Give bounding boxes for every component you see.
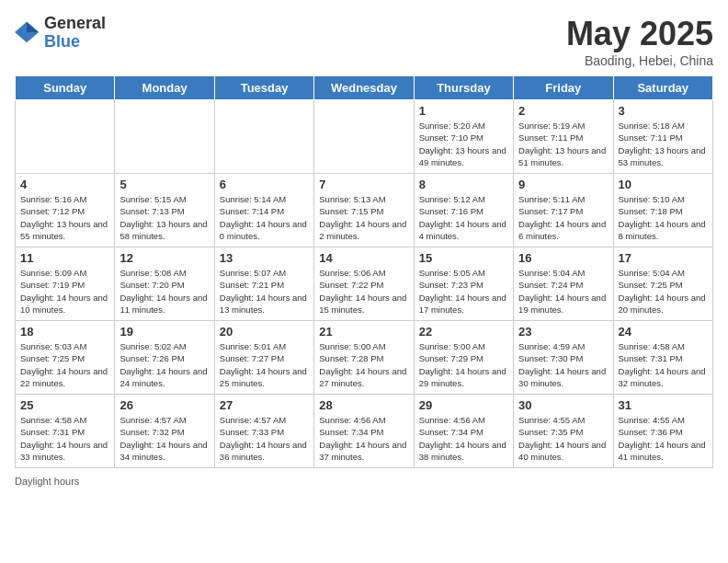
calendar-cell: 16Sunrise: 5:04 AMSunset: 7:24 PMDayligh…: [514, 247, 613, 321]
logo-text: General Blue: [44, 15, 106, 52]
header-tuesday: Tuesday: [214, 76, 313, 100]
day-number: 31: [619, 398, 708, 412]
day-number: 29: [419, 398, 508, 412]
day-number: 8: [419, 178, 508, 191]
header-monday: Monday: [115, 76, 214, 100]
day-number: 19: [119, 325, 209, 339]
logo-general: General: [44, 15, 106, 33]
calendar-cell: 1Sunrise: 5:20 AMSunset: 7:10 PMDaylight…: [414, 100, 513, 174]
day-info: Sunrise: 4:57 AMSunset: 7:33 PMDaylight:…: [220, 414, 309, 463]
header-friday: Friday: [514, 76, 613, 100]
calendar-cell: [115, 100, 214, 174]
calendar-cell: 31Sunrise: 4:55 AMSunset: 7:36 PMDayligh…: [613, 395, 712, 468]
calendar-cell: 25Sunrise: 4:58 AMSunset: 7:31 PMDayligh…: [16, 395, 115, 468]
calendar-cell: 21Sunrise: 5:00 AMSunset: 7:28 PMDayligh…: [314, 321, 414, 395]
calendar-cell: 3Sunrise: 5:18 AMSunset: 7:11 PMDaylight…: [613, 100, 712, 174]
calendar-cell: 4Sunrise: 5:16 AMSunset: 7:12 PMDaylight…: [16, 174, 115, 247]
day-number: 1: [419, 104, 508, 118]
day-info: Sunrise: 5:06 AMSunset: 7:22 PMDaylight:…: [319, 267, 408, 316]
day-info: Sunrise: 4:56 AMSunset: 7:34 PMDaylight:…: [319, 414, 408, 463]
day-info: Sunrise: 5:08 AMSunset: 7:20 PMDaylight:…: [119, 267, 209, 316]
day-info: Sunrise: 5:11 AMSunset: 7:17 PMDaylight:…: [518, 193, 608, 242]
day-info: Sunrise: 5:12 AMSunset: 7:16 PMDaylight:…: [419, 193, 508, 242]
day-number: 21: [319, 325, 408, 339]
day-info: Sunrise: 5:15 AMSunset: 7:13 PMDaylight:…: [119, 193, 209, 242]
calendar-week-2: 11Sunrise: 5:09 AMSunset: 7:19 PMDayligh…: [16, 247, 713, 321]
calendar-cell: 28Sunrise: 4:56 AMSunset: 7:34 PMDayligh…: [314, 395, 414, 468]
day-info: Sunrise: 5:16 AMSunset: 7:12 PMDaylight:…: [20, 193, 109, 242]
calendar-cell: 2Sunrise: 5:19 AMSunset: 7:11 PMDaylight…: [514, 100, 613, 174]
header-saturday: Saturday: [613, 76, 712, 100]
day-number: 23: [518, 325, 608, 339]
calendar-cell: 20Sunrise: 5:01 AMSunset: 7:27 PMDayligh…: [214, 321, 313, 395]
calendar-week-4: 25Sunrise: 4:58 AMSunset: 7:31 PMDayligh…: [16, 395, 713, 468]
day-info: Sunrise: 4:59 AMSunset: 7:30 PMDaylight:…: [518, 340, 608, 389]
day-number: 30: [518, 398, 608, 412]
day-number: 14: [319, 251, 408, 265]
day-info: Sunrise: 4:56 AMSunset: 7:34 PMDaylight:…: [419, 414, 508, 463]
calendar-cell: 18Sunrise: 5:03 AMSunset: 7:25 PMDayligh…: [16, 321, 115, 395]
calendar-cell: 17Sunrise: 5:04 AMSunset: 7:25 PMDayligh…: [613, 247, 712, 321]
day-number: 22: [419, 325, 508, 339]
calendar-cell: 15Sunrise: 5:05 AMSunset: 7:23 PMDayligh…: [414, 247, 513, 321]
day-number: 3: [619, 104, 708, 118]
calendar-cell: 30Sunrise: 4:55 AMSunset: 7:35 PMDayligh…: [514, 395, 613, 468]
calendar-week-3: 18Sunrise: 5:03 AMSunset: 7:25 PMDayligh…: [16, 321, 713, 395]
day-info: Sunrise: 5:02 AMSunset: 7:26 PMDaylight:…: [119, 340, 209, 389]
day-number: 27: [220, 398, 309, 412]
day-info: Sunrise: 5:19 AMSunset: 7:11 PMDaylight:…: [518, 120, 608, 168]
footer-note: Daylight hours: [15, 476, 713, 487]
day-info: Sunrise: 5:04 AMSunset: 7:24 PMDaylight:…: [518, 267, 608, 316]
header-wednesday: Wednesday: [314, 76, 414, 100]
day-info: Sunrise: 4:58 AMSunset: 7:31 PMDaylight:…: [619, 340, 708, 389]
header-sunday: Sunday: [16, 76, 115, 100]
day-header-row: Sunday Monday Tuesday Wednesday Thursday…: [16, 76, 713, 100]
calendar-cell: [16, 100, 115, 174]
calendar-cell: 24Sunrise: 4:58 AMSunset: 7:31 PMDayligh…: [613, 321, 712, 395]
header: General Blue May 2025 Baoding, Hebei, Ch…: [15, 15, 713, 68]
day-number: 18: [20, 325, 109, 339]
day-info: Sunrise: 5:13 AMSunset: 7:15 PMDaylight:…: [319, 193, 408, 242]
calendar-cell: [214, 100, 313, 174]
day-number: 9: [518, 178, 608, 191]
calendar-cell: 26Sunrise: 4:57 AMSunset: 7:32 PMDayligh…: [115, 395, 214, 468]
day-number: 12: [119, 251, 209, 265]
day-number: 15: [419, 251, 508, 265]
logo-blue: Blue: [44, 33, 106, 52]
calendar-week-1: 4Sunrise: 5:16 AMSunset: 7:12 PMDaylight…: [16, 174, 713, 247]
calendar-cell: 9Sunrise: 5:11 AMSunset: 7:17 PMDaylight…: [514, 174, 613, 247]
calendar-cell: 27Sunrise: 4:57 AMSunset: 7:33 PMDayligh…: [214, 395, 313, 468]
day-number: 13: [220, 251, 309, 265]
calendar-cell: 13Sunrise: 5:07 AMSunset: 7:21 PMDayligh…: [214, 247, 313, 321]
day-info: Sunrise: 5:01 AMSunset: 7:27 PMDaylight:…: [220, 340, 309, 389]
day-number: 17: [619, 251, 708, 265]
calendar-cell: 14Sunrise: 5:06 AMSunset: 7:22 PMDayligh…: [314, 247, 414, 321]
day-info: Sunrise: 5:04 AMSunset: 7:25 PMDaylight:…: [619, 267, 708, 316]
day-number: 24: [619, 325, 708, 339]
day-number: 26: [119, 398, 209, 412]
day-number: 28: [319, 398, 408, 412]
day-info: Sunrise: 5:03 AMSunset: 7:25 PMDaylight:…: [20, 340, 109, 389]
header-thursday: Thursday: [414, 76, 513, 100]
title-area: May 2025 Baoding, Hebei, China: [566, 15, 713, 68]
day-info: Sunrise: 4:57 AMSunset: 7:32 PMDaylight:…: [119, 414, 209, 463]
calendar-title: May 2025: [566, 15, 713, 53]
calendar-cell: 29Sunrise: 4:56 AMSunset: 7:34 PMDayligh…: [414, 395, 513, 468]
day-info: Sunrise: 4:55 AMSunset: 7:36 PMDaylight:…: [619, 414, 708, 463]
calendar-cell: 19Sunrise: 5:02 AMSunset: 7:26 PMDayligh…: [115, 321, 214, 395]
day-number: 7: [319, 178, 408, 191]
day-info: Sunrise: 4:58 AMSunset: 7:31 PMDaylight:…: [20, 414, 109, 463]
calendar-cell: 5Sunrise: 5:15 AMSunset: 7:13 PMDaylight…: [115, 174, 214, 247]
day-info: Sunrise: 5:00 AMSunset: 7:29 PMDaylight:…: [419, 340, 508, 389]
day-number: 6: [220, 178, 309, 191]
day-number: 4: [20, 178, 109, 191]
logo-icon: [15, 20, 40, 46]
calendar-cell: 12Sunrise: 5:08 AMSunset: 7:20 PMDayligh…: [115, 247, 214, 321]
day-info: Sunrise: 5:18 AMSunset: 7:11 PMDaylight:…: [619, 120, 708, 168]
day-info: Sunrise: 5:05 AMSunset: 7:23 PMDaylight:…: [419, 267, 508, 316]
day-info: Sunrise: 5:10 AMSunset: 7:18 PMDaylight:…: [619, 193, 708, 242]
day-info: Sunrise: 5:20 AMSunset: 7:10 PMDaylight:…: [419, 120, 508, 168]
day-number: 11: [20, 251, 109, 265]
calendar-subtitle: Baoding, Hebei, China: [566, 53, 713, 68]
calendar-week-0: 1Sunrise: 5:20 AMSunset: 7:10 PMDaylight…: [16, 100, 713, 174]
